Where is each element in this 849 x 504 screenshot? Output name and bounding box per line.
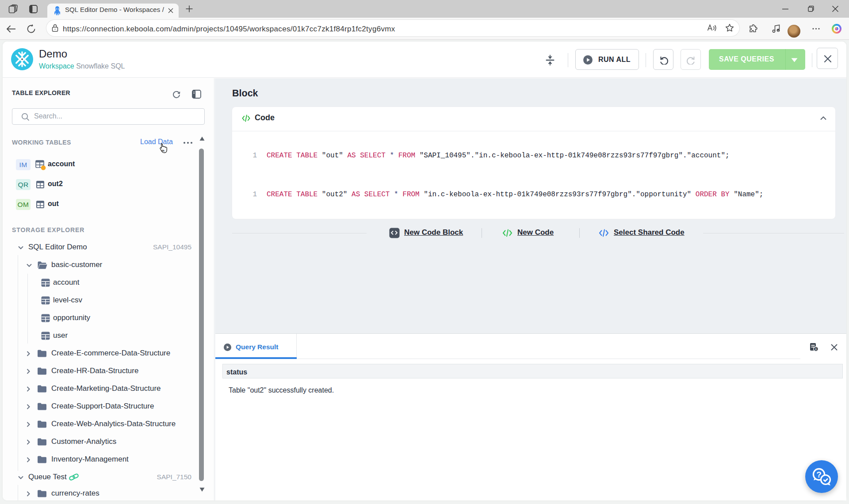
svg-text:m: m xyxy=(161,149,164,152)
